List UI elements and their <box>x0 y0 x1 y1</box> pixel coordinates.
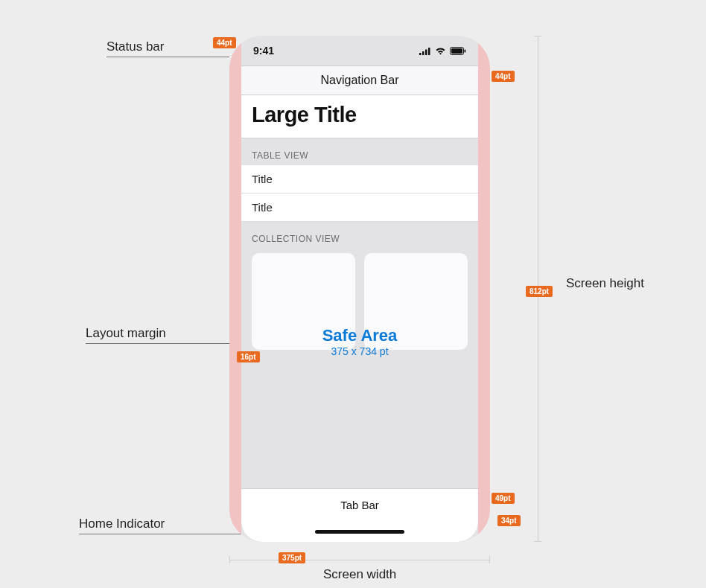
table-row: Title <box>241 194 478 222</box>
navigation-bar: Navigation Bar <box>241 65 478 95</box>
badge-nav-bar-height: 44pt <box>492 71 515 82</box>
status-time: 9:41 <box>253 45 274 57</box>
battery-icon <box>450 47 466 55</box>
guide-status-bar <box>106 57 229 57</box>
large-title-row: Large Title <box>241 95 478 138</box>
svg-rect-5 <box>451 48 462 54</box>
collection-view <box>241 249 478 360</box>
section-header-collection: COLLECTION VIEW <box>241 222 478 249</box>
wifi-icon <box>435 47 446 55</box>
badge-status-bar-height: 44pt <box>213 37 236 48</box>
home-indicator-area <box>241 521 478 542</box>
tab-bar: Tab Bar <box>241 488 478 521</box>
svg-rect-6 <box>465 49 466 52</box>
collection-card <box>364 253 468 350</box>
callout-screen-width: Screen width <box>323 567 396 582</box>
large-title: Large Title <box>252 103 468 127</box>
guide-layout-margin <box>86 343 239 344</box>
callout-layout-margin: Layout margin <box>86 326 166 341</box>
diagram-canvas: Status bar Layout margin Home Indicator … <box>0 0 706 588</box>
callout-home-indicator: Home Indicator <box>79 517 165 531</box>
table-row: Title <box>241 165 478 194</box>
svg-rect-1 <box>422 51 424 55</box>
svg-rect-3 <box>428 48 430 55</box>
status-bar: 9:41 <box>241 36 478 65</box>
phone-screen: 9:41 Navigation Bar Large Title TABLE VI… <box>241 36 478 542</box>
section-header-table: TABLE VIEW <box>241 138 478 165</box>
svg-rect-0 <box>419 53 422 55</box>
status-icons <box>419 47 466 55</box>
signal-icon <box>419 47 431 55</box>
navigation-bar-title: Navigation Bar <box>321 74 399 87</box>
callout-status-bar: Status bar <box>106 39 165 54</box>
phone-frame: 9:41 Navigation Bar Large Title TABLE VI… <box>229 36 490 542</box>
dim-screen-width-line <box>229 560 490 560</box>
badge-screen-width-value: 375pt <box>279 552 305 563</box>
collection-card <box>252 253 355 350</box>
home-indicator <box>315 530 404 534</box>
callout-screen-height: Screen height <box>566 275 644 292</box>
badge-layout-margin-width: 16pt <box>237 351 260 362</box>
svg-rect-2 <box>425 49 427 55</box>
badge-home-indicator-height: 34pt <box>497 515 521 526</box>
badge-screen-height-value: 812pt <box>526 286 553 297</box>
content-body <box>241 360 478 488</box>
badge-tab-bar-height: 49pt <box>492 493 515 504</box>
tab-bar-label: Tab Bar <box>340 499 379 511</box>
